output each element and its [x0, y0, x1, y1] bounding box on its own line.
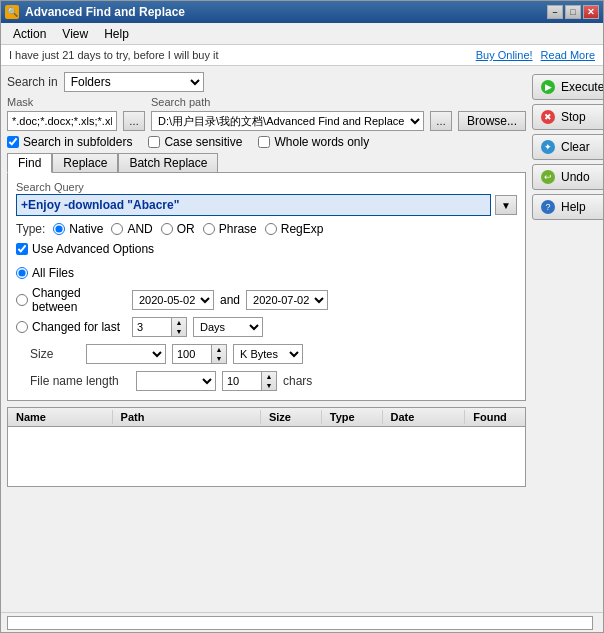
all-files-radio[interactable]: All Files [16, 266, 74, 280]
col-size: Size [261, 410, 322, 424]
results-body [8, 427, 525, 486]
length-arrows: ▲ ▼ [262, 371, 277, 391]
status-panel [7, 616, 593, 630]
changed-for-last-radio[interactable]: Changed for last [16, 320, 126, 334]
stop-button[interactable]: ✖ Stop [532, 104, 603, 130]
maximize-button[interactable]: □ [565, 5, 581, 19]
type-row: Type: Native AND OR Phrase RegExp [16, 222, 517, 236]
search-in-select[interactable]: Folders Files Open Files [64, 72, 204, 92]
changed-for-last-row: Changed for last ▲ ▼ Days [16, 316, 517, 338]
search-query-input[interactable] [16, 194, 491, 216]
clear-icon: ✦ [541, 140, 555, 154]
changed-between-row: Changed between 2020-05-02 and 2020-07-0… [16, 289, 517, 311]
promo-bar: I have just 21 days to try, before I wil… [1, 45, 603, 66]
length-spinner: ▲ ▼ [222, 371, 277, 391]
size-input[interactable] [172, 344, 212, 364]
tab-replace[interactable]: Replace [52, 153, 118, 172]
mask-row: … [7, 111, 145, 131]
search-in-row: Search in Folders Files Open Files [7, 72, 526, 92]
advanced-options-checkbox[interactable]: Use Advanced Options [16, 242, 517, 256]
checkboxes-row: Search in subfolders Case sensitive Whol… [7, 135, 526, 149]
main-content: Search in Folders Files Open Files Mask … [1, 66, 603, 612]
menu-action[interactable]: Action [5, 25, 54, 43]
col-found: Found [465, 410, 525, 424]
help-button[interactable]: ? Help [532, 194, 603, 220]
mask-input[interactable] [7, 111, 117, 131]
tab-batch-replace[interactable]: Batch Replace [118, 153, 218, 172]
tabs-container: Find Replace Batch Replace Search Query … [7, 153, 526, 401]
type-regexp[interactable]: RegExp [265, 222, 324, 236]
changed-for-arrows: ▲ ▼ [172, 317, 187, 337]
path-dots-button[interactable]: … [430, 111, 452, 131]
changed-between-radio[interactable]: Changed between [16, 286, 126, 314]
type-and[interactable]: AND [111, 222, 152, 236]
type-native[interactable]: Native [53, 222, 103, 236]
undo-button[interactable]: ↩ Undo [532, 164, 603, 190]
file-name-length-label: File name length [30, 374, 130, 388]
search-query-dropdown[interactable]: ▼ [495, 195, 517, 215]
type-label: Type: [16, 222, 45, 236]
date-from-select[interactable]: 2020-05-02 [132, 290, 214, 310]
main-window: 🔍 Advanced Find and Replace – □ ✕ Action… [0, 0, 604, 633]
length-input[interactable] [222, 371, 262, 391]
tab-find[interactable]: Find [7, 153, 52, 173]
help-icon: ? [541, 200, 555, 214]
minimize-button[interactable]: – [547, 5, 563, 19]
path-section: Search path D:\用户目录\我的文档\Advanced Find a… [151, 96, 526, 131]
mask-browse-button[interactable]: … [123, 111, 145, 131]
execute-button[interactable]: ▶ Execute [532, 74, 603, 100]
size-down[interactable]: ▼ [212, 354, 226, 363]
case-sensitive-checkbox[interactable]: Case sensitive [148, 135, 242, 149]
size-spinner: ▲ ▼ [172, 344, 227, 364]
stop-icon: ✖ [541, 110, 555, 124]
results-section: Name Path Size Type Date Found [7, 407, 526, 487]
changed-for-down[interactable]: ▼ [172, 327, 186, 336]
all-files-row: All Files [16, 262, 517, 284]
path-row: D:\用户目录\我的文档\Advanced Find and Replace …… [151, 111, 526, 131]
close-button[interactable]: ✕ [583, 5, 599, 19]
app-icon: 🔍 [5, 5, 19, 19]
length-compare-select[interactable] [136, 371, 216, 391]
file-name-length-row: File name length ▲ ▼ c [16, 370, 517, 392]
length-down[interactable]: ▼ [262, 381, 276, 390]
whole-words-checkbox[interactable]: Whole words only [258, 135, 369, 149]
search-path-select[interactable]: D:\用户目录\我的文档\Advanced Find and Replace [151, 111, 424, 131]
col-date: Date [383, 410, 466, 424]
promo-links: Buy Online! Read More [476, 49, 595, 61]
title-buttons: – □ ✕ [547, 5, 599, 19]
search-query-label: Search Query [16, 181, 517, 193]
clear-button[interactable]: ✦ Clear [532, 134, 603, 160]
changed-for-input[interactable] [132, 317, 172, 337]
changed-for-spinner: ▲ ▼ [132, 317, 187, 337]
menu-bar: Action View Help [1, 23, 603, 45]
col-type: Type [322, 410, 383, 424]
browse-button[interactable]: Browse... [458, 111, 526, 131]
col-name: Name [8, 410, 113, 424]
execute-icon: ▶ [541, 80, 555, 94]
read-more-link[interactable]: Read More [541, 49, 595, 61]
buy-online-link[interactable]: Buy Online! [476, 49, 533, 61]
undo-icon: ↩ [541, 170, 555, 184]
size-compare-select[interactable] [86, 344, 166, 364]
length-up[interactable]: ▲ [262, 372, 276, 381]
tab-panel-find: Search Query ▼ Type: Native AND OR Phras… [7, 172, 526, 401]
changed-for-up[interactable]: ▲ [172, 318, 186, 327]
type-phrase[interactable]: Phrase [203, 222, 257, 236]
menu-view[interactable]: View [54, 25, 96, 43]
size-label: Size [30, 347, 80, 361]
search-query-section: Search Query ▼ [16, 181, 517, 216]
changed-for-unit-select[interactable]: Days Weeks Months [193, 317, 263, 337]
mask-path-section: Mask … Search path D:\用户目录\我的文档\Advanced… [7, 96, 526, 131]
tabs: Find Replace Batch Replace [7, 153, 526, 172]
status-bar [1, 612, 603, 632]
size-unit-select[interactable]: K Bytes M Bytes Bytes [233, 344, 303, 364]
date-to-select[interactable]: 2020-07-02 [246, 290, 328, 310]
search-subfolders-checkbox[interactable]: Search in subfolders [7, 135, 132, 149]
chars-label: chars [283, 374, 312, 388]
mask-section: Mask … [7, 96, 145, 131]
menu-help[interactable]: Help [96, 25, 137, 43]
size-up[interactable]: ▲ [212, 345, 226, 354]
type-or[interactable]: OR [161, 222, 195, 236]
size-arrows: ▲ ▼ [212, 344, 227, 364]
col-path: Path [113, 410, 261, 424]
